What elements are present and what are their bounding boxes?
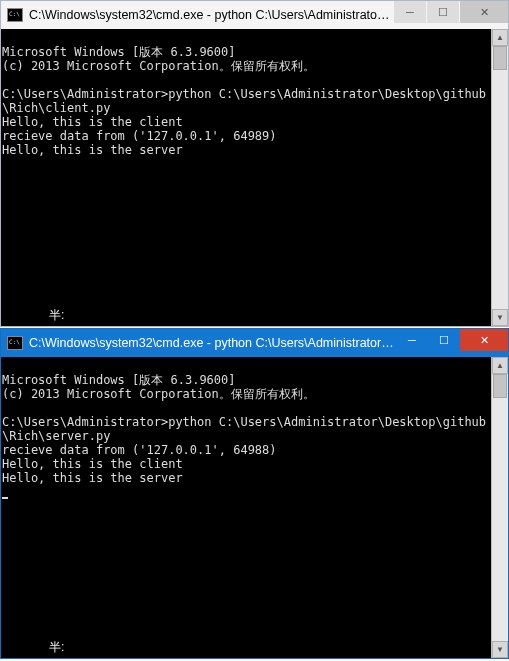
cmd-window-client: C:\Windows\system32\cmd.exe - python C:\…	[0, 0, 509, 327]
terminal-line: (c) 2013 Microsoft Corporation。保留所有权利。	[2, 387, 315, 401]
maximize-button[interactable]: ☐	[428, 329, 460, 351]
terminal-area: Microsoft Windows [版本 6.3.9600] (c) 2013…	[1, 357, 508, 658]
scrollbar[interactable]: ▲ ▼	[491, 29, 508, 326]
window-title: C:\Windows\system32\cmd.exe - python C:\…	[29, 336, 396, 350]
terminal-line: Microsoft Windows [版本 6.3.9600]	[2, 373, 236, 387]
scroll-track[interactable]	[492, 46, 508, 309]
ime-indicator: 半:	[49, 640, 64, 654]
titlebar[interactable]: C:\Windows\system32\cmd.exe - python C:\…	[1, 329, 508, 357]
cmd-window-server: C:\Windows\system32\cmd.exe - python C:\…	[0, 328, 509, 659]
terminal-output[interactable]: Microsoft Windows [版本 6.3.9600] (c) 2013…	[1, 357, 491, 658]
scroll-thumb[interactable]	[493, 46, 507, 70]
cmd-icon	[7, 336, 23, 350]
terminal-line: Hello, this is the client	[2, 457, 183, 471]
cmd-icon	[7, 8, 23, 22]
terminal-line: recieve data from ('127.0.0.1', 64989)	[2, 129, 277, 143]
scroll-up-button[interactable]: ▲	[492, 357, 508, 374]
close-button[interactable]: ✕	[460, 1, 508, 23]
scroll-up-button[interactable]: ▲	[492, 29, 508, 46]
scroll-down-button[interactable]: ▼	[492, 309, 508, 326]
terminal-line: Hello, this is the client	[2, 115, 183, 129]
terminal-output[interactable]: Microsoft Windows [版本 6.3.9600] (c) 2013…	[1, 29, 491, 326]
window-controls: ─ ☐ ✕	[396, 329, 508, 357]
titlebar[interactable]: C:\Windows\system32\cmd.exe - python C:\…	[1, 1, 508, 29]
maximize-button[interactable]: ☐	[427, 1, 459, 23]
terminal-area: Microsoft Windows [版本 6.3.9600] (c) 2013…	[1, 29, 508, 326]
terminal-line: C:\Users\Administrator>python C:\Users\A…	[2, 415, 486, 443]
scroll-down-button[interactable]: ▼	[492, 641, 508, 658]
minimize-button[interactable]: ─	[394, 1, 426, 23]
terminal-line: Microsoft Windows [版本 6.3.9600]	[2, 45, 236, 59]
ime-indicator: 半:	[49, 308, 64, 322]
scrollbar[interactable]: ▲ ▼	[491, 357, 508, 658]
terminal-line: recieve data from ('127.0.0.1', 64988)	[2, 443, 277, 457]
window-title: C:\Windows\system32\cmd.exe - python C:\…	[29, 8, 393, 22]
terminal-line: (c) 2013 Microsoft Corporation。保留所有权利。	[2, 59, 315, 73]
terminal-line: C:\Users\Administrator>python C:\Users\A…	[2, 87, 486, 115]
scroll-track[interactable]	[492, 374, 508, 641]
minimize-button[interactable]: ─	[396, 329, 428, 351]
scroll-thumb[interactable]	[493, 374, 507, 398]
terminal-line: Hello, this is the server	[2, 471, 183, 485]
cursor	[2, 497, 8, 499]
window-controls: ─ ☐ ✕	[393, 1, 508, 29]
terminal-line: Hello, this is the server	[2, 143, 183, 157]
close-button[interactable]: ✕	[460, 329, 508, 351]
